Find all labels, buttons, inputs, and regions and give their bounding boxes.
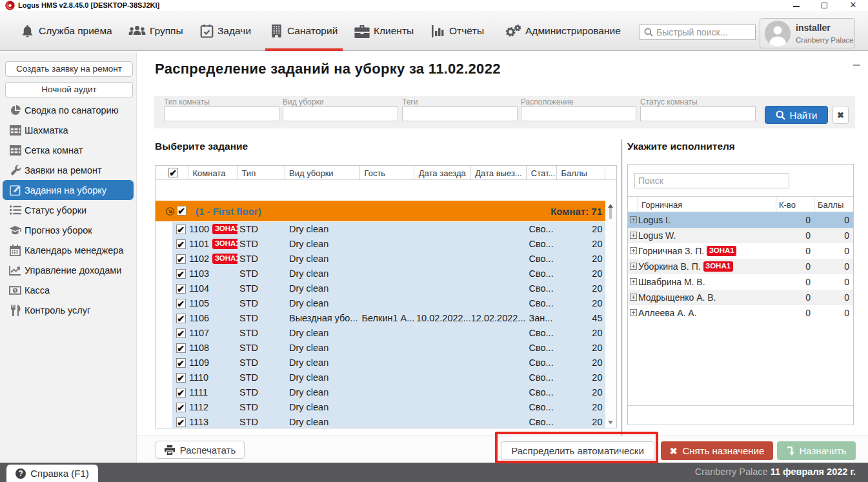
row-checkbox[interactable]: ✔ [176, 284, 186, 294]
find-button[interactable]: Найти [765, 106, 828, 124]
executor-row[interactable]: Модрыщенко А. В. 0 0 [628, 290, 853, 305]
sidebar-item-cleaning-tasks[interactable]: Задания на уборку [3, 180, 134, 200]
sidebar-item-room-grid[interactable]: Сетка комнат [0, 140, 136, 160]
clear-filters-button[interactable]: ✖ [833, 106, 849, 124]
tab-clients[interactable]: Клиенты [354, 11, 414, 51]
sidebar-item-service-control[interactable]: Контроль услуг [0, 300, 136, 320]
executor-row[interactable]: Logus W. 0 0 [628, 228, 853, 243]
executor-row[interactable]: Уборкина В. П.ЗОНА1 0 0 [628, 259, 853, 274]
expand-plus-icon[interactable] [630, 309, 637, 316]
expand-plus-icon[interactable] [630, 263, 637, 270]
filter-tags-input[interactable] [402, 106, 518, 121]
row-checkbox[interactable]: ✔ [176, 417, 186, 427]
unassign-button[interactable]: ✖ Снять назначение [661, 441, 773, 460]
scrollbar-thumb[interactable] [609, 208, 612, 219]
page-title: Распределение заданий на уборку за 11.02… [155, 61, 501, 77]
executors-panel: Горничная К-во Баллы Logus I. 0 0 [627, 164, 854, 425]
row-checkbox[interactable]: ✔ [176, 343, 186, 353]
sidebar-item-chessboard[interactable]: Шахматка [0, 120, 136, 140]
print-button[interactable]: Распечатать [156, 441, 245, 459]
tab-tasks[interactable]: Задачи [200, 11, 251, 51]
task-row[interactable]: ✔ 1113 STD Dry clean Сво... 20 [156, 415, 605, 428]
help-button[interactable]: ? Справка (F1) [6, 465, 98, 482]
row-checkbox[interactable]: ✔ [176, 239, 186, 249]
filter-location-input[interactable] [521, 106, 636, 121]
maximize-button[interactable] [815, 0, 834, 11]
row-checkbox[interactable]: ✔ [176, 299, 186, 308]
app-logo-icon [5, 1, 15, 10]
task-row[interactable]: ✔ 1104 STD Dry clean Сво... 20 [156, 281, 605, 296]
row-checkbox[interactable]: ✔ [176, 314, 186, 323]
tab-groups[interactable]: Группы [128, 11, 183, 51]
task-row[interactable]: ✔ 1106 STD Выездная убо... Белкин1 А... … [156, 311, 605, 326]
column-header: Вид уборки [285, 166, 361, 180]
row-checkbox[interactable]: ✔ [176, 328, 186, 338]
room-cell: 1108 [189, 343, 237, 353]
expand-plus-icon[interactable] [630, 216, 637, 223]
sidebar-item-summary[interactable]: Сводка по санаторию [0, 100, 136, 120]
tab-sanatorium[interactable]: Санаторий [270, 11, 338, 51]
filter-label: Статус комнаты [640, 97, 756, 106]
room-number: 1108 [189, 343, 209, 353]
quick-search-input[interactable] [656, 27, 773, 37]
task-row[interactable]: ✔ 1112 STD Dry clean Сво... 20 [156, 400, 605, 415]
user-panel[interactable]: installer Cranberry Palace [760, 18, 855, 48]
expand-plus-icon[interactable] [630, 232, 637, 239]
executor-row[interactable]: Аллеева А. А. 0 0 [628, 305, 853, 321]
auto-assign-button[interactable]: Распределить автоматически [501, 441, 654, 460]
sidebar-item-repair-requests[interactable]: Заявки на ремонт [0, 160, 136, 180]
row-checkbox[interactable]: ✔ [176, 358, 186, 368]
task-row[interactable]: ✔ 1109 STD Dry clean Сво... 20 [156, 356, 605, 370]
column-separator [638, 197, 638, 212]
executor-row[interactable]: Швабрина М. В. 0 0 [628, 274, 853, 290]
group-checkbox[interactable]: ✔ [177, 206, 187, 216]
tab-reports[interactable]: Отчёты [431, 11, 484, 51]
task-row[interactable]: ✔ 1105 STD Dry clean Сво... 20 [156, 296, 605, 311]
task-row[interactable]: ✔ 1101ЗОНА1 STD Dry clean Сво... 20 [156, 237, 605, 252]
close-button[interactable]: ✕ [843, 0, 863, 11]
select-all-checkbox[interactable]: ✔ [168, 168, 178, 177]
executor-row[interactable]: Logus I. 0 0 [628, 212, 853, 228]
row-checkbox[interactable]: ✔ [176, 254, 186, 264]
expand-plus-icon[interactable] [630, 278, 637, 285]
panel-splitter[interactable] [621, 139, 623, 459]
points-cell: 20 [557, 268, 605, 279]
points-cell: 20 [557, 224, 605, 234]
expand-plus-icon[interactable] [630, 247, 637, 254]
task-row[interactable]: ✔ 1110 STD Dry clean Сво... 20 [156, 370, 605, 385]
sidebar-item-revenue-management[interactable]: Управление доходами [0, 260, 136, 280]
sidebar-item-cashbox[interactable]: Касса [0, 280, 136, 300]
tab-reception[interactable]: Служба приёма [20, 11, 112, 51]
filter-cleaning-type-input[interactable] [283, 106, 398, 121]
executor-search-input[interactable] [634, 173, 789, 188]
executor-row[interactable]: Горничная З. П.ЗОНА1 0 0 [628, 243, 853, 259]
filter-room-status-input[interactable] [640, 106, 756, 121]
main-content: Распределение заданий на уборку за 11.02… [137, 52, 868, 463]
expand-plus-icon[interactable] [630, 294, 637, 301]
sidebar-item-cleaning-status[interactable]: Статус уборки [0, 200, 136, 220]
collapse-panel-handle[interactable] [853, 65, 860, 66]
row-checkbox[interactable]: ✔ [176, 373, 186, 383]
group-row-first-floor[interactable]: ✔ (1 - First floor) Комнат: 71 [156, 201, 605, 221]
task-row[interactable]: ✔ 1107 STD Dry clean Сво... 20 [156, 326, 605, 341]
minimize-button[interactable] [787, 0, 806, 11]
row-checkbox[interactable]: ✔ [176, 225, 186, 234]
row-checkbox[interactable]: ✔ [176, 269, 186, 279]
task-row[interactable]: ✔ 1103 STD Dry clean Сво... 20 [156, 266, 605, 281]
collapse-group-icon[interactable] [166, 207, 174, 216]
task-row[interactable]: ✔ 1102ЗОНА1 STD Dry clean Сво... 20 [156, 252, 605, 266]
sidebar-item-cleaning-forecast[interactable]: Прогноз уборок [0, 220, 136, 240]
task-row[interactable]: ✔ 1100ЗОНА1 STD Dry clean Сво... 20 [156, 222, 605, 237]
assign-button[interactable]: Назначить [777, 441, 856, 460]
tab-administration[interactable]: Администрирование [504, 11, 621, 51]
sidebar-item-manager-calendar[interactable]: Календарь менеджера [0, 240, 136, 260]
task-row[interactable]: ✔ 1108 STD Dry clean Сво... 20 [156, 341, 605, 356]
row-checkbox[interactable]: ✔ [176, 403, 186, 412]
tasks-scrollbar[interactable] [605, 201, 616, 428]
scroll-down-arrow-icon[interactable] [608, 421, 613, 425]
row-checkbox[interactable]: ✔ [176, 388, 186, 397]
task-row[interactable]: ✔ 1111 STD Dry clean Сво... 20 [156, 385, 605, 400]
filter-room-type-input[interactable] [164, 106, 279, 121]
night-audit-button[interactable]: Ночной аудит [5, 82, 133, 97]
create-repair-request-button[interactable]: Создать заявку на ремонт [5, 61, 133, 77]
